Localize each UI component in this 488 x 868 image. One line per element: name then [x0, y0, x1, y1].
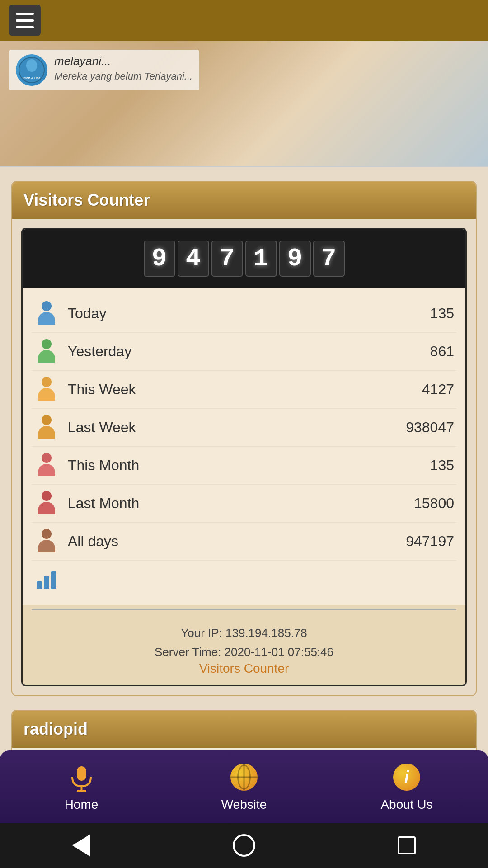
digit-2: 4 — [178, 241, 209, 277]
this-month-label: This Month — [68, 457, 430, 474]
home-label: Home — [65, 797, 99, 812]
bottom-nav: Home Website i About Us — [0, 750, 488, 823]
website-label: Website — [221, 797, 267, 812]
bar-1 — [37, 581, 42, 589]
this-week-label: This Week — [68, 381, 422, 398]
menu-line-3 — [16, 26, 34, 28]
digit-3: 7 — [211, 241, 243, 277]
home-icon — [233, 834, 255, 857]
visitors-counter-title: Visitors Counter — [23, 191, 465, 210]
last-month-value: 15800 — [414, 495, 454, 512]
nav-about[interactable]: i About Us — [325, 750, 488, 823]
visitors-counter-section: Visitors Counter 9 4 7 1 9 7 — [11, 181, 477, 696]
menu-line-1 — [16, 13, 34, 15]
all-days-value: 947197 — [406, 533, 454, 550]
stats-divider — [32, 609, 456, 610]
stat-row-yesterday: Yesterday 861 — [32, 333, 456, 371]
today-label: Today — [68, 305, 430, 322]
svg-rect-3 — [77, 766, 86, 781]
banner-logo: Iman & Doa melayani... Mereka yang belum… — [9, 50, 199, 90]
android-nav — [0, 823, 488, 868]
ip-text: Your IP: 139.194.185.78 — [32, 624, 456, 643]
last-week-label: Last Week — [68, 419, 406, 436]
banner-text: melayani... Mereka yang belum Terlayani.… — [54, 54, 192, 82]
all-days-label: All days — [68, 533, 406, 550]
about-info-icon: i — [391, 761, 422, 793]
yesterday-label: Yesterday — [68, 343, 430, 360]
svg-point-1 — [26, 59, 37, 72]
last-week-value: 938047 — [406, 419, 454, 436]
top-bar — [0, 0, 488, 41]
this-week-value: 4127 — [422, 381, 454, 398]
bar-3 — [51, 571, 56, 589]
svg-text:Iman & Doa: Iman & Doa — [23, 76, 41, 80]
visitors-counter-header: Visitors Counter — [12, 182, 476, 219]
nav-website[interactable]: Website — [163, 750, 325, 823]
today-icon — [34, 301, 59, 326]
back-button[interactable] — [68, 832, 95, 859]
stat-row-last-month: Last Month 15800 — [32, 485, 456, 523]
home-button[interactable] — [230, 832, 258, 859]
this-week-icon — [34, 377, 59, 402]
this-month-icon — [34, 453, 59, 478]
last-week-icon — [34, 415, 59, 440]
bar-2 — [44, 576, 49, 589]
radiopid-title: radiopid — [23, 720, 465, 739]
stat-row-today: Today 135 — [32, 295, 456, 333]
last-month-icon — [34, 491, 59, 516]
digit-1: 9 — [144, 241, 175, 277]
nav-home[interactable]: Home — [0, 750, 163, 823]
last-month-label: Last Month — [68, 495, 414, 512]
stat-row-all-days: All days 947197 — [32, 523, 456, 561]
menu-line-2 — [16, 19, 34, 22]
stat-row-this-week: This Week 4127 — [32, 371, 456, 409]
stat-row-this-month: This Month 135 — [32, 447, 456, 485]
today-value: 135 — [430, 305, 454, 322]
about-label: About Us — [380, 797, 432, 812]
visitors-counter-link[interactable]: Visitors Counter — [199, 661, 289, 675]
this-month-value: 135 — [430, 457, 454, 474]
home-mic-icon — [66, 761, 97, 793]
back-icon — [72, 834, 90, 857]
stat-row-chart — [32, 561, 456, 598]
chart-icon — [34, 567, 59, 592]
banner-sub-text: Mereka yang belum Terlayani... — [54, 71, 192, 82]
recent-button[interactable] — [393, 832, 420, 859]
digital-counter: 9 4 7 1 9 7 — [23, 229, 465, 288]
counter-footer: Your IP: 139.194.185.78 Server Time: 202… — [23, 615, 465, 685]
counter-box: 9 4 7 1 9 7 Today 135 — [21, 228, 467, 686]
logo-image: Iman & Doa — [16, 54, 47, 86]
yesterday-icon — [34, 339, 59, 364]
website-globe-icon — [228, 761, 260, 793]
banner-main-text: melayani... — [54, 54, 192, 68]
digit-4: 1 — [245, 241, 277, 277]
digit-6: 7 — [313, 241, 345, 277]
server-time-text: Server Time: 2020-11-01 07:55:46 — [32, 643, 456, 662]
menu-button[interactable] — [9, 5, 41, 36]
digit-5: 9 — [279, 241, 311, 277]
all-days-icon — [34, 529, 59, 554]
stats-container: Today 135 Yesterday 861 — [23, 288, 465, 605]
banner-area: Iman & Doa melayani... Mereka yang belum… — [0, 41, 488, 167]
stat-row-last-week: Last Week 938047 — [32, 409, 456, 447]
yesterday-value: 861 — [430, 343, 454, 360]
radiopid-header: radiopid — [12, 711, 476, 748]
recent-icon — [398, 836, 416, 854]
